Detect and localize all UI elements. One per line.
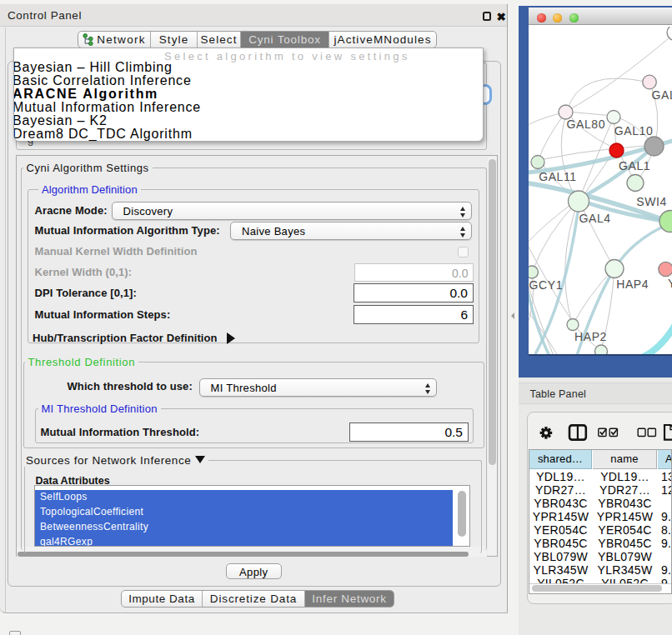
svg-text:GAL4: GAL4	[579, 212, 611, 225]
svg-text:HAP4: HAP4	[616, 277, 649, 290]
svg-text:GAL2: GAL2	[652, 88, 672, 101]
svg-text:GCY1: GCY1	[529, 278, 564, 292]
svg-text:GAL80: GAL80	[567, 118, 606, 131]
svg-text:GAL10: GAL10	[614, 123, 654, 137]
svg-text:HAP2: HAP2	[574, 330, 607, 343]
svg-text:GAL11: GAL11	[539, 170, 577, 183]
svg-text:GAL1: GAL1	[619, 159, 650, 172]
svg-text:YD: YD	[668, 276, 672, 289]
svg-text:SWI4: SWI4	[636, 194, 667, 208]
